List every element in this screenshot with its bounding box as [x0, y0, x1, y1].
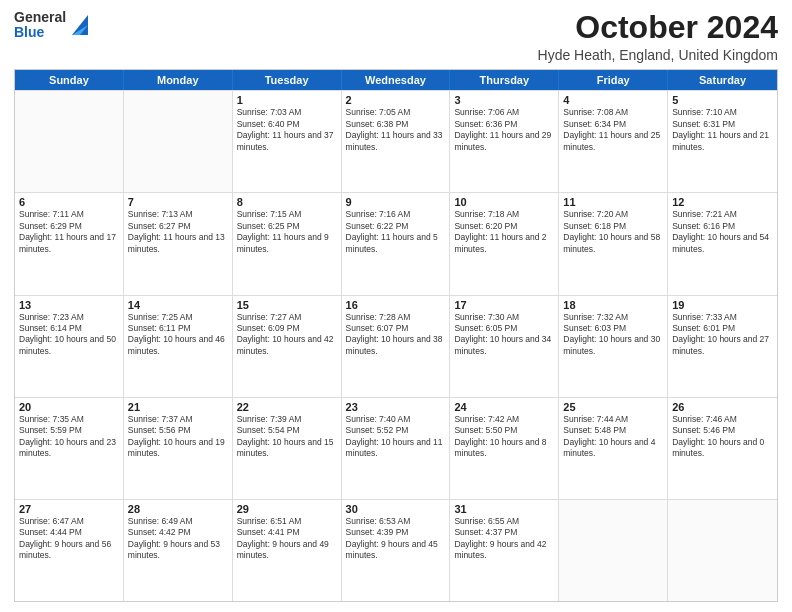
cell-info: Sunrise: 7:11 AM Sunset: 6:29 PM Dayligh… [19, 209, 119, 255]
calendar-cell [124, 91, 233, 192]
calendar-cell: 7Sunrise: 7:13 AM Sunset: 6:27 PM Daylig… [124, 193, 233, 294]
cell-info: Sunrise: 7:05 AM Sunset: 6:38 PM Dayligh… [346, 107, 446, 153]
calendar-cell: 30Sunrise: 6:53 AM Sunset: 4:39 PM Dayli… [342, 500, 451, 601]
calendar-cell: 18Sunrise: 7:32 AM Sunset: 6:03 PM Dayli… [559, 296, 668, 397]
cell-day-number: 15 [237, 299, 337, 311]
cell-day-number: 22 [237, 401, 337, 413]
cell-day-number: 5 [672, 94, 773, 106]
calendar-week-2: 13Sunrise: 7:23 AM Sunset: 6:14 PM Dayli… [15, 295, 777, 397]
cell-info: Sunrise: 7:23 AM Sunset: 6:14 PM Dayligh… [19, 312, 119, 358]
calendar-cell: 27Sunrise: 6:47 AM Sunset: 4:44 PM Dayli… [15, 500, 124, 601]
cell-info: Sunrise: 7:39 AM Sunset: 5:54 PM Dayligh… [237, 414, 337, 460]
calendar-cell: 31Sunrise: 6:55 AM Sunset: 4:37 PM Dayli… [450, 500, 559, 601]
cell-info: Sunrise: 7:21 AM Sunset: 6:16 PM Dayligh… [672, 209, 773, 255]
cell-info: Sunrise: 7:25 AM Sunset: 6:11 PM Dayligh… [128, 312, 228, 358]
calendar-cell: 11Sunrise: 7:20 AM Sunset: 6:18 PM Dayli… [559, 193, 668, 294]
logo-general: General [14, 10, 66, 25]
day-header-tuesday: Tuesday [233, 70, 342, 90]
cell-info: Sunrise: 6:55 AM Sunset: 4:37 PM Dayligh… [454, 516, 554, 562]
cell-info: Sunrise: 7:33 AM Sunset: 6:01 PM Dayligh… [672, 312, 773, 358]
calendar-cell: 4Sunrise: 7:08 AM Sunset: 6:34 PM Daylig… [559, 91, 668, 192]
calendar-week-0: 1Sunrise: 7:03 AM Sunset: 6:40 PM Daylig… [15, 90, 777, 192]
calendar-cell: 14Sunrise: 7:25 AM Sunset: 6:11 PM Dayli… [124, 296, 233, 397]
month-title: October 2024 [538, 10, 778, 45]
day-header-wednesday: Wednesday [342, 70, 451, 90]
cell-info: Sunrise: 6:47 AM Sunset: 4:44 PM Dayligh… [19, 516, 119, 562]
calendar-cell: 24Sunrise: 7:42 AM Sunset: 5:50 PM Dayli… [450, 398, 559, 499]
logo-text: General Blue [14, 10, 66, 41]
cell-day-number: 2 [346, 94, 446, 106]
calendar-cell [559, 500, 668, 601]
calendar-cell: 8Sunrise: 7:15 AM Sunset: 6:25 PM Daylig… [233, 193, 342, 294]
cell-info: Sunrise: 7:03 AM Sunset: 6:40 PM Dayligh… [237, 107, 337, 153]
calendar: SundayMondayTuesdayWednesdayThursdayFrid… [14, 69, 778, 602]
cell-day-number: 24 [454, 401, 554, 413]
cell-info: Sunrise: 7:06 AM Sunset: 6:36 PM Dayligh… [454, 107, 554, 153]
calendar-cell: 25Sunrise: 7:44 AM Sunset: 5:48 PM Dayli… [559, 398, 668, 499]
cell-day-number: 4 [563, 94, 663, 106]
calendar-cell: 22Sunrise: 7:39 AM Sunset: 5:54 PM Dayli… [233, 398, 342, 499]
cell-info: Sunrise: 7:18 AM Sunset: 6:20 PM Dayligh… [454, 209, 554, 255]
calendar-cell: 28Sunrise: 6:49 AM Sunset: 4:42 PM Dayli… [124, 500, 233, 601]
calendar-cell: 29Sunrise: 6:51 AM Sunset: 4:41 PM Dayli… [233, 500, 342, 601]
cell-info: Sunrise: 6:51 AM Sunset: 4:41 PM Dayligh… [237, 516, 337, 562]
calendar-cell: 2Sunrise: 7:05 AM Sunset: 6:38 PM Daylig… [342, 91, 451, 192]
calendar-cell: 6Sunrise: 7:11 AM Sunset: 6:29 PM Daylig… [15, 193, 124, 294]
cell-day-number: 8 [237, 196, 337, 208]
calendar-body: 1Sunrise: 7:03 AM Sunset: 6:40 PM Daylig… [15, 90, 777, 601]
cell-day-number: 21 [128, 401, 228, 413]
calendar-cell: 23Sunrise: 7:40 AM Sunset: 5:52 PM Dayli… [342, 398, 451, 499]
cell-info: Sunrise: 7:40 AM Sunset: 5:52 PM Dayligh… [346, 414, 446, 460]
header: General Blue October 2024 Hyde Heath, En… [14, 10, 778, 63]
cell-info: Sunrise: 7:20 AM Sunset: 6:18 PM Dayligh… [563, 209, 663, 255]
logo: General Blue [14, 10, 90, 41]
cell-info: Sunrise: 7:32 AM Sunset: 6:03 PM Dayligh… [563, 312, 663, 358]
title-block: October 2024 Hyde Heath, England, United… [538, 10, 778, 63]
day-header-monday: Monday [124, 70, 233, 90]
cell-info: Sunrise: 7:37 AM Sunset: 5:56 PM Dayligh… [128, 414, 228, 460]
cell-info: Sunrise: 7:42 AM Sunset: 5:50 PM Dayligh… [454, 414, 554, 460]
cell-info: Sunrise: 7:16 AM Sunset: 6:22 PM Dayligh… [346, 209, 446, 255]
calendar-cell: 3Sunrise: 7:06 AM Sunset: 6:36 PM Daylig… [450, 91, 559, 192]
calendar-cell: 15Sunrise: 7:27 AM Sunset: 6:09 PM Dayli… [233, 296, 342, 397]
cell-day-number: 31 [454, 503, 554, 515]
cell-info: Sunrise: 7:15 AM Sunset: 6:25 PM Dayligh… [237, 209, 337, 255]
calendar-cell: 21Sunrise: 7:37 AM Sunset: 5:56 PM Dayli… [124, 398, 233, 499]
calendar-cell: 17Sunrise: 7:30 AM Sunset: 6:05 PM Dayli… [450, 296, 559, 397]
cell-day-number: 20 [19, 401, 119, 413]
cell-info: Sunrise: 7:13 AM Sunset: 6:27 PM Dayligh… [128, 209, 228, 255]
calendar-cell: 10Sunrise: 7:18 AM Sunset: 6:20 PM Dayli… [450, 193, 559, 294]
cell-day-number: 23 [346, 401, 446, 413]
cell-info: Sunrise: 7:46 AM Sunset: 5:46 PM Dayligh… [672, 414, 773, 460]
cell-info: Sunrise: 7:35 AM Sunset: 5:59 PM Dayligh… [19, 414, 119, 460]
page: General Blue October 2024 Hyde Heath, En… [0, 0, 792, 612]
calendar-cell: 5Sunrise: 7:10 AM Sunset: 6:31 PM Daylig… [668, 91, 777, 192]
calendar-cell: 16Sunrise: 7:28 AM Sunset: 6:07 PM Dayli… [342, 296, 451, 397]
cell-info: Sunrise: 7:28 AM Sunset: 6:07 PM Dayligh… [346, 312, 446, 358]
cell-day-number: 18 [563, 299, 663, 311]
calendar-cell: 12Sunrise: 7:21 AM Sunset: 6:16 PM Dayli… [668, 193, 777, 294]
cell-day-number: 11 [563, 196, 663, 208]
calendar-week-1: 6Sunrise: 7:11 AM Sunset: 6:29 PM Daylig… [15, 192, 777, 294]
cell-day-number: 29 [237, 503, 337, 515]
cell-day-number: 7 [128, 196, 228, 208]
calendar-week-4: 27Sunrise: 6:47 AM Sunset: 4:44 PM Dayli… [15, 499, 777, 601]
calendar-cell: 13Sunrise: 7:23 AM Sunset: 6:14 PM Dayli… [15, 296, 124, 397]
cell-day-number: 27 [19, 503, 119, 515]
calendar-cell: 19Sunrise: 7:33 AM Sunset: 6:01 PM Dayli… [668, 296, 777, 397]
cell-day-number: 30 [346, 503, 446, 515]
cell-day-number: 14 [128, 299, 228, 311]
day-header-sunday: Sunday [15, 70, 124, 90]
cell-day-number: 28 [128, 503, 228, 515]
cell-day-number: 10 [454, 196, 554, 208]
calendar-header: SundayMondayTuesdayWednesdayThursdayFrid… [15, 70, 777, 90]
day-header-thursday: Thursday [450, 70, 559, 90]
cell-day-number: 9 [346, 196, 446, 208]
cell-info: Sunrise: 7:30 AM Sunset: 6:05 PM Dayligh… [454, 312, 554, 358]
calendar-cell: 20Sunrise: 7:35 AM Sunset: 5:59 PM Dayli… [15, 398, 124, 499]
cell-day-number: 13 [19, 299, 119, 311]
cell-day-number: 3 [454, 94, 554, 106]
cell-day-number: 16 [346, 299, 446, 311]
day-header-friday: Friday [559, 70, 668, 90]
cell-day-number: 12 [672, 196, 773, 208]
